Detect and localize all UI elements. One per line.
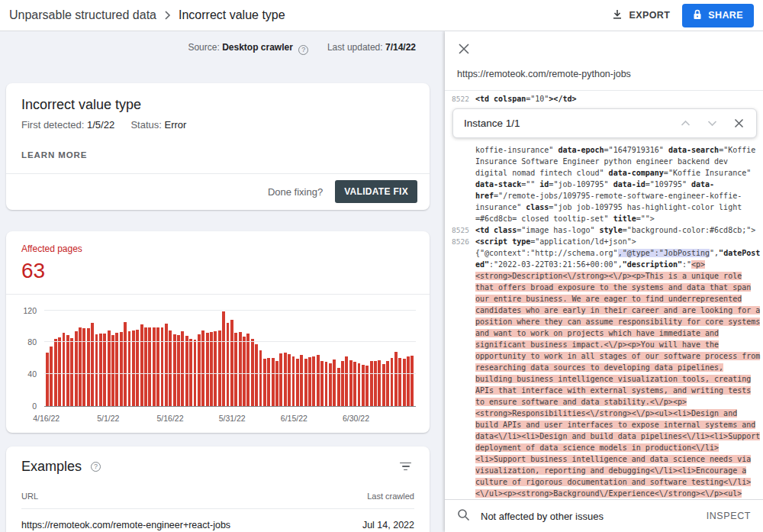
chart-bar <box>320 361 324 405</box>
source-label: Source: <box>188 42 219 53</box>
chart-bar <box>292 356 295 406</box>
help-icon[interactable]: ? <box>298 45 308 55</box>
chart-bar <box>403 359 406 405</box>
last-crawled-column-header: Last crawled <box>367 492 414 501</box>
chart-bar <box>181 331 184 406</box>
chart-bar <box>177 335 180 406</box>
x-axis-tick-label: 5/1/22 <box>97 414 119 423</box>
next-instance-button[interactable] <box>706 118 719 128</box>
chart-bar <box>214 331 217 406</box>
help-icon[interactable]: ? <box>91 462 101 472</box>
chart-bar <box>153 327 156 405</box>
chart-bar <box>272 358 275 406</box>
learn-more-link[interactable]: LEARN MORE <box>21 150 87 160</box>
chart-bar <box>378 360 381 405</box>
chart-bar <box>206 333 209 406</box>
url-column-header: URL <box>21 492 38 501</box>
source-code-viewer[interactable]: 8522<td colspan="10"></td> Instance 1/1 … <box>445 91 763 499</box>
report-main-area: Source: Desktop crawler ? Last updated: … <box>0 31 445 532</box>
code-line: 8526<script type="application/ld+json"> <box>449 236 763 247</box>
close-panel-button[interactable] <box>456 42 472 57</box>
breadcrumb: Unparsable structured data Incorrect val… <box>9 8 285 22</box>
chart-bar <box>185 336 188 406</box>
done-fixing-label: Done fixing? <box>268 186 323 198</box>
chart-bar <box>353 362 356 405</box>
previous-instance-button[interactable] <box>679 118 692 128</box>
chart-bar <box>259 350 262 406</box>
export-button[interactable]: EXPORT <box>612 9 670 22</box>
chart-bars <box>46 311 414 406</box>
export-label: EXPORT <box>629 10 670 21</box>
chart-bar <box>312 356 315 406</box>
chart-bar <box>120 332 123 406</box>
other-issues-status: Not affected by other issues <box>481 511 696 522</box>
chart-gridline <box>44 310 416 311</box>
chart-bar <box>91 323 94 405</box>
chart-bar <box>267 358 270 406</box>
page-title: Incorrect value type <box>179 8 285 22</box>
chart-bar <box>398 358 401 406</box>
chart-bar <box>263 359 266 405</box>
chart-bar <box>239 332 242 406</box>
code-line: {"@context":"http://schema.org","@type":… <box>449 247 763 499</box>
chart-bar <box>46 353 49 406</box>
status-value: Error <box>165 119 187 131</box>
chart-bar <box>103 334 106 406</box>
chart-bar <box>189 339 192 406</box>
chart-bar <box>279 353 282 406</box>
chart-bar <box>382 364 385 405</box>
filter-icon[interactable] <box>397 459 414 474</box>
chart-bar <box>156 327 159 405</box>
chart-bar <box>95 334 98 406</box>
chart-bar <box>329 363 332 405</box>
share-label: SHARE <box>708 10 743 21</box>
x-axis-tick-label: 4/16/22 <box>33 414 60 423</box>
lock-icon <box>693 9 702 22</box>
code-line: 8525<td class="image has-logo" style="ba… <box>449 224 763 236</box>
chart-bar <box>173 334 176 406</box>
y-axis-tick-label: 80 <box>11 337 37 347</box>
table-row[interactable]: https://remoteok.com/remote-engineer+rea… <box>21 509 414 532</box>
instance-finder-box: Instance 1/1 <box>452 108 757 138</box>
chart-bar <box>246 334 250 406</box>
chart-bar <box>161 327 164 405</box>
chart-bar <box>391 358 394 406</box>
chart-bar <box>370 361 373 405</box>
breadcrumb-parent-link[interactable]: Unparsable structured data <box>9 8 156 22</box>
code-line: koffie-insurance" data-epoch="1647919316… <box>449 144 763 224</box>
chart-bar <box>325 362 328 405</box>
chart-plot-area: 040801204/16/225/1/225/16/225/31/226/15/… <box>44 311 416 407</box>
chart-bar <box>54 339 57 406</box>
chart-bar <box>358 363 361 405</box>
example-url[interactable]: https://remoteok.com/remote-engineer+rea… <box>21 520 230 530</box>
chart-bar <box>222 311 225 406</box>
chart-gridline <box>44 373 416 374</box>
affected-pages-chart: 040801204/16/225/1/225/16/225/31/226/15/… <box>6 294 430 433</box>
last-updated-value: 7/14/22 <box>385 42 416 53</box>
examples-title: Examples <box>21 459 82 475</box>
instance-counter: Instance 1/1 <box>464 118 520 129</box>
first-detected-value: 1/5/22 <box>87 119 114 131</box>
x-axis-tick-label: 5/31/22 <box>219 414 246 423</box>
inspect-button[interactable]: INSPECT <box>707 511 751 521</box>
close-instance-finder-button[interactable] <box>732 117 745 130</box>
validate-fix-button[interactable]: VALIDATE FIX <box>335 180 417 203</box>
chart-bar <box>144 327 147 405</box>
line-number <box>449 144 475 224</box>
chart-bar <box>333 360 336 405</box>
chart-bar <box>251 339 254 406</box>
chart-bar <box>165 324 168 405</box>
share-button[interactable]: SHARE <box>682 4 754 27</box>
inspected-url: https://remoteok.com/remote-python-jobs <box>457 69 751 79</box>
chart-bar <box>99 334 102 406</box>
chart-bar <box>50 347 53 405</box>
chart-bar <box>79 327 82 405</box>
first-detected-label: First detected: <box>21 119 84 131</box>
issue-title: Incorrect value type <box>21 97 414 113</box>
chart-gridline <box>44 341 416 342</box>
affected-pages-count: 63 <box>21 259 414 283</box>
chart-bar <box>128 331 131 406</box>
header-actions: EXPORT SHARE <box>612 4 754 27</box>
chart-bar <box>317 355 320 406</box>
report-meta: Source: Desktop crawler ? Last updated: … <box>0 42 416 55</box>
